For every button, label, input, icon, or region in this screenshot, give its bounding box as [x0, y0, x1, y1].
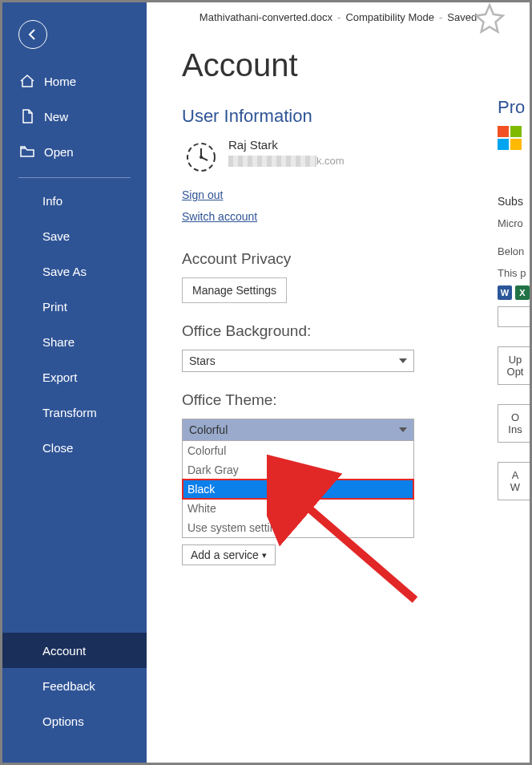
sidebar-item-label: Print [42, 300, 67, 314]
theme-option-black[interactable]: Black [183, 480, 413, 499]
about-card[interactable]: A W [498, 462, 530, 500]
insider-card[interactable]: O Ins [498, 404, 530, 443]
sidebar-item-label: Feedback [42, 679, 95, 693]
sidebar-item-save-as[interactable]: Save As [2, 253, 147, 289]
main-panel: Account User Information Raj Stark k.com… [147, 31, 530, 763]
sidebar-item-label: Account [42, 644, 86, 658]
privacy-heading: Account Privacy [182, 250, 530, 268]
sidebar-item-label: Close [42, 441, 73, 455]
sidebar-separator [18, 177, 131, 178]
update-card[interactable]: Up Opt [498, 346, 530, 385]
user-info-heading: User Information [182, 106, 530, 127]
switch-account-link[interactable]: Switch account [182, 210, 257, 223]
folder-open-icon [18, 143, 36, 160]
product-heading: Pro [498, 97, 530, 118]
theme-option-use-system-setting[interactable]: Use system setting [183, 518, 413, 537]
select-value: Stars [189, 354, 216, 367]
titlebar: Mathivathani-converted.docx - Compatibil… [147, 2, 530, 31]
sign-out-link[interactable]: Sign out [182, 188, 223, 201]
right-column-fragment: Pro Subs Micro Belon This p W X Up Opt O… [498, 97, 530, 500]
sidebar-item-export[interactable]: Export [2, 359, 147, 395]
word-icon: W [498, 285, 512, 300]
theme-option-white[interactable]: White [183, 499, 413, 518]
document-icon [18, 107, 36, 125]
sidebar-item-label: Info [42, 194, 62, 208]
redacted-email [228, 156, 316, 167]
sidebar-item-home[interactable]: Home [2, 63, 147, 99]
theme-option-dark-gray[interactable]: Dark Gray [183, 460, 413, 480]
sidebar-item-label: Save As [42, 265, 87, 278]
sidebar-item-label: Home [44, 75, 76, 88]
svg-line-3 [201, 157, 208, 160]
sidebar-item-label: Share [42, 335, 75, 349]
sidebar-item-save[interactable]: Save [2, 218, 147, 253]
dropdown-triangle-icon [399, 358, 407, 363]
user-email: k.com [228, 155, 345, 167]
background-label: Office Background: [182, 322, 530, 340]
select-value: Colorful [189, 423, 228, 436]
theme-dropdown-list: ColorfulDark GrayBlackWhiteUse system se… [182, 441, 414, 538]
sidebar-item-close[interactable]: Close [2, 430, 147, 465]
compat-mode: Compatibility Mode [342, 11, 437, 23]
manage-account-button[interactable] [498, 306, 530, 327]
page-title: Account [182, 47, 530, 83]
sidebar-item-label: Options [42, 714, 84, 728]
app-icons: W X [498, 285, 530, 300]
sidebar-item-open[interactable]: Open [2, 134, 147, 169]
manage-settings-button[interactable]: Manage Settings [182, 277, 287, 303]
sidebar-item-info[interactable]: Info [2, 183, 147, 218]
office-background-select[interactable]: Stars [182, 350, 414, 372]
sidebar-item-label: Open [44, 145, 74, 159]
file-name: Mathivathani-converted.docx [196, 11, 336, 23]
sidebar-item-new[interactable]: New [2, 99, 147, 134]
back-button[interactable] [18, 20, 47, 49]
sidebar-item-label: New [44, 110, 68, 123]
user-row: Raj Stark k.com [182, 138, 530, 176]
add-service-button[interactable]: Add a service ▾ [182, 544, 276, 565]
chevron-down-icon: ▾ [262, 550, 267, 561]
sidebar-item-label: Save [42, 229, 70, 243]
home-icon [18, 72, 36, 90]
sidebar-item-label: Export [42, 370, 77, 384]
sidebar-item-account[interactable]: Account [2, 633, 147, 668]
sidebar-item-options[interactable]: Options [2, 703, 147, 739]
theme-label: Office Theme: [182, 391, 530, 409]
sidebar-item-transform[interactable]: Transform [2, 395, 147, 430]
office-theme-select[interactable]: Colorful [182, 419, 414, 441]
sidebar-item-share[interactable]: Share [2, 324, 147, 359]
sidebar-item-feedback[interactable]: Feedback [2, 668, 147, 703]
avatar-icon [182, 138, 220, 176]
sidebar-item-label: Transform [42, 406, 97, 419]
excel-icon: X [515, 285, 530, 300]
subs-heading: Subs [498, 195, 530, 208]
sidebar-item-print[interactable]: Print [2, 289, 147, 324]
dropdown-triangle-icon [399, 427, 407, 432]
user-name: Raj Stark [228, 138, 345, 152]
theme-option-colorful[interactable]: Colorful [183, 441, 413, 460]
office-logo-icon [498, 126, 530, 150]
backstage-sidebar: Home New Open Info Save Save As Print [2, 2, 147, 763]
